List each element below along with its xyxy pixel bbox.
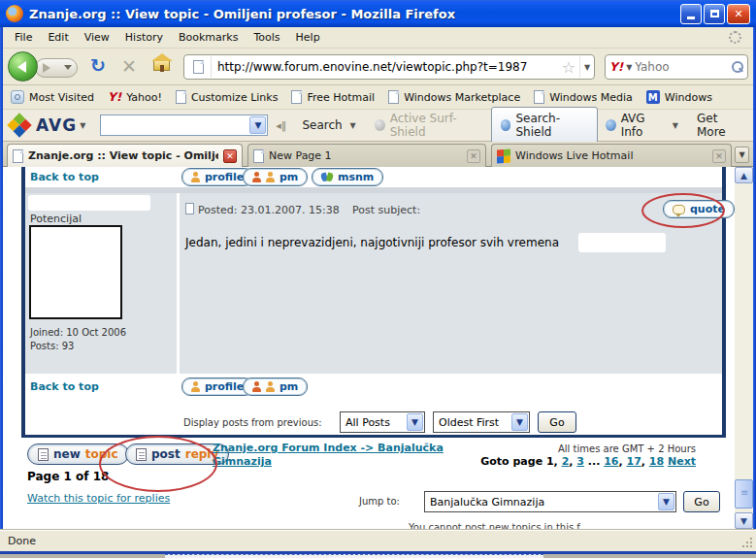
back-to-top-link[interactable]: Back to top: [30, 171, 99, 183]
bookmark-yahoo[interactable]: Y!Yahoo!: [108, 90, 162, 104]
toolbar-separator: ◂‖: [276, 119, 286, 132]
menu-bookmarks[interactable]: Bookmarks: [172, 28, 245, 47]
jump-to-select[interactable]: Banjalučka Gimnazija▼: [424, 491, 676, 512]
sort-order-select[interactable]: Oldest First▼: [433, 411, 530, 433]
tab-close-icon[interactable]: ✕: [712, 149, 726, 163]
menu-bar: File Edit View History Bookmarks Tools H…: [3, 27, 753, 49]
url-text[interactable]: http://www.forum.enovine.net/viewtopic.p…: [212, 60, 562, 74]
avg-search-button[interactable]: Search▼: [294, 118, 366, 132]
scrollbar-thumb[interactable]: [735, 479, 753, 509]
resize-grip[interactable]: [741, 537, 753, 548]
url-dropdown-icon[interactable]: ▼: [579, 56, 594, 78]
stop-button[interactable]: ✕: [121, 55, 137, 77]
bookmark-free-hotmail[interactable]: Free Hotmail: [291, 90, 375, 104]
history-dropdown-icon[interactable]: [64, 65, 72, 70]
avg-search-combobox[interactable]: ▼: [100, 115, 268, 136]
post-subject-label: Post subject:: [352, 204, 420, 216]
search-magnifier-icon[interactable]: [731, 61, 743, 74]
scroll-up-icon[interactable]: ▲: [735, 167, 753, 183]
bookmark-most-visited[interactable]: Most Visited: [11, 90, 94, 104]
scroll-down-icon[interactable]: ▼: [735, 512, 753, 529]
goto-page-16[interactable]: 16: [604, 455, 618, 468]
url-bar[interactable]: http://www.forum.enovine.net/viewtopic.p…: [183, 54, 595, 80]
pm-button[interactable]: pm: [243, 377, 308, 396]
title-bar: Znanje.org :: View topic - Omiljeni prof…: [0, 0, 756, 27]
annotation-circle-quote: [641, 193, 725, 228]
tab-hotmail[interactable]: Windows Live Hotmail ✕: [491, 144, 732, 167]
search-input[interactable]: [635, 60, 731, 74]
menu-history[interactable]: History: [118, 28, 170, 47]
goto-page-current: 1: [546, 455, 554, 468]
user-joined: Joined: 10 Oct 2006: [30, 327, 126, 338]
msn-butterfly-icon: [321, 172, 333, 182]
timezone-text: All times are GMT + 2 Hours: [558, 443, 696, 454]
goto-page-18[interactable]: 18: [649, 455, 664, 468]
back-button[interactable]: [8, 51, 38, 82]
posts-filter-select[interactable]: All Posts▼: [340, 411, 425, 433]
jump-go-button[interactable]: Go: [683, 491, 720, 512]
tab-znanje[interactable]: Znanje.org :: View topic - Omiljeni... ✕: [7, 144, 243, 167]
avg-search-shield-button[interactable]: Search-Shield: [491, 107, 599, 144]
bookmark-windows-media[interactable]: Windows Media: [534, 90, 633, 104]
clipped-permission-text: You cannot post new topics in this f: [409, 522, 641, 529]
yahoo-icon[interactable]: Y!: [609, 60, 623, 74]
close-button[interactable]: ✕: [727, 4, 750, 24]
menu-tools[interactable]: Tools: [247, 28, 286, 47]
page-icon: [291, 90, 302, 104]
bookmarks-toolbar: Most Visited Y!Yahoo! Customize Links Fr…: [3, 85, 753, 110]
msnm-button[interactable]: msnm: [312, 168, 383, 186]
pm-button[interactable]: pm: [243, 168, 308, 186]
windows-flag-icon: [497, 148, 510, 163]
firefox-icon: [6, 5, 23, 22]
window-title: Znanje.org :: View topic - Omiljeni prof…: [29, 7, 680, 21]
goto-next-link[interactable]: Next: [668, 455, 696, 468]
tab-new-page[interactable]: New Page 1 ✕: [247, 144, 486, 167]
windows-live-icon: M: [646, 90, 660, 104]
reload-button[interactable]: ↻: [90, 54, 106, 76]
tab-close-icon[interactable]: ✕: [223, 149, 237, 163]
yahoo-bookmark-icon: Y!: [108, 90, 121, 104]
annotation-circle-post-reply: [99, 436, 217, 492]
person-icon: [266, 172, 275, 182]
firefox-window: Znanje.org :: View topic - Omiljeni prof…: [0, 0, 756, 558]
tab-bar: Znanje.org :: View topic - Omiljeni... ✕…: [3, 142, 753, 167]
menu-view[interactable]: View: [78, 28, 116, 47]
surf-shield-icon: [375, 119, 385, 131]
menu-file[interactable]: File: [8, 28, 39, 47]
bookmark-windows[interactable]: MWindows: [646, 90, 712, 104]
avg-menu-dropdown-icon[interactable]: ▼: [80, 121, 85, 130]
tab-close-icon[interactable]: ✕: [467, 149, 480, 163]
search-box[interactable]: Y! ▼: [605, 54, 748, 80]
page-info: Page 1 of 18: [27, 470, 109, 483]
breadcrumb[interactable]: Znanje.org Forum Index -> Banjalučka Gim…: [213, 442, 473, 469]
goto-page-3[interactable]: 3: [576, 455, 584, 468]
menu-help[interactable]: Help: [289, 28, 327, 47]
avg-info-button[interactable]: AVG Info▼: [598, 112, 689, 139]
search-engine-dropdown-icon[interactable]: ▼: [626, 63, 632, 72]
page-icon: [176, 90, 186, 104]
forward-button[interactable]: [43, 63, 50, 73]
new-topic-icon: [38, 448, 49, 461]
avg-get-more-button[interactable]: Get More: [689, 112, 753, 139]
watch-topic-link[interactable]: Watch this topic for replies: [27, 492, 170, 505]
goto-page-17[interactable]: 17: [626, 455, 641, 468]
combo-dropdown-icon[interactable]: ▼: [249, 116, 266, 134]
menu-edit[interactable]: Edit: [41, 28, 75, 47]
background-window-sliver: [0, 551, 756, 558]
avg-info-icon: [606, 119, 616, 131]
table-bottom-border: [21, 435, 726, 438]
favicon: [193, 60, 204, 74]
bookmark-star-icon[interactable]: ☆: [562, 58, 575, 77]
home-button[interactable]: [153, 60, 170, 71]
bookmark-customize-links[interactable]: Customize Links: [176, 90, 279, 104]
back-to-top-link[interactable]: Back to top: [30, 380, 99, 393]
maximize-button[interactable]: [704, 4, 725, 24]
bookmark-windows-marketplace[interactable]: Windows Marketplace: [388, 90, 520, 104]
minimize-button[interactable]: [680, 4, 702, 24]
censored-avatar: [29, 225, 122, 319]
navigation-toolbar: ↻ ✕ http://www.forum.enovine.net/viewtop…: [3, 49, 753, 85]
vertical-scrollbar[interactable]: ▲ ▼: [735, 167, 753, 529]
tab-list-dropdown-icon[interactable]: ▼: [735, 147, 749, 163]
goto-page-label: Goto page: [480, 455, 546, 468]
display-go-button[interactable]: Go: [538, 411, 576, 433]
